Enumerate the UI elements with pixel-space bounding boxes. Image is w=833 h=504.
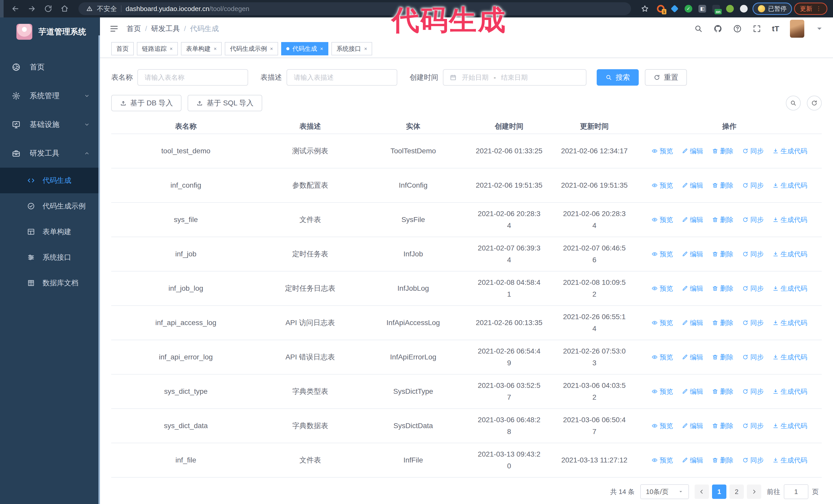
ext-green-key[interactable] (726, 5, 734, 13)
action-预览[interactable]: 预览 (651, 386, 673, 398)
close-icon[interactable]: × (270, 46, 273, 52)
tab-表单构建[interactable]: 表单构建× (181, 42, 222, 55)
browser-reload-button[interactable] (41, 2, 55, 16)
action-预览[interactable]: 预览 (651, 351, 673, 363)
github-icon[interactable] (714, 24, 722, 33)
breadcrumb-devtools[interactable]: 研发工具 (151, 24, 180, 33)
ext-blue-gem[interactable] (670, 5, 679, 13)
action-生成代码[interactable]: 生成代码 (772, 214, 807, 225)
sidebar-item-系统管理[interactable]: 系统管理 (0, 81, 100, 110)
close-icon[interactable]: × (320, 46, 323, 52)
action-编辑[interactable]: 编辑 (682, 283, 703, 294)
user-avatar[interactable] (790, 20, 804, 38)
action-预览[interactable]: 预览 (651, 317, 673, 329)
browser-home-button[interactable] (57, 2, 72, 16)
search-button[interactable]: 搜索 (597, 69, 639, 86)
action-预览[interactable]: 预览 (651, 179, 673, 191)
action-同步[interactable]: 同步 (742, 386, 764, 398)
reset-button[interactable]: 重置 (645, 69, 687, 86)
action-编辑[interactable]: 编辑 (682, 317, 703, 329)
tab-代码生成示例[interactable]: 代码生成示例× (225, 42, 278, 55)
toggle-search-button[interactable] (786, 96, 801, 111)
action-删除[interactable]: 删除 (712, 179, 734, 191)
action-编辑[interactable]: 编辑 (682, 420, 703, 432)
action-同步[interactable]: 同步 (742, 145, 764, 157)
action-预览[interactable]: 预览 (651, 283, 673, 294)
sidebar-item-首页[interactable]: 首页 (0, 53, 100, 81)
action-删除[interactable]: 删除 (712, 454, 734, 466)
import-sql-button[interactable]: 基于 SQL 导入 (188, 95, 262, 111)
action-同步[interactable]: 同步 (742, 351, 764, 363)
sidebar-subitem-代码生成[interactable]: 代码生成 (0, 168, 100, 193)
page-button-1[interactable]: 1 (712, 484, 727, 499)
sidebar-item-基础设施[interactable]: 基础设施 (0, 110, 100, 139)
font-size-icon[interactable]: tT (772, 25, 779, 32)
action-生成代码[interactable]: 生成代码 (772, 351, 807, 363)
action-生成代码[interactable]: 生成代码 (772, 283, 807, 294)
action-删除[interactable]: 删除 (712, 420, 734, 432)
browser-forward-button[interactable] (25, 2, 39, 16)
action-生成代码[interactable]: 生成代码 (772, 454, 807, 466)
fullscreen-icon[interactable] (753, 24, 761, 33)
profile-paused-chip[interactable]: 已暂停 (753, 3, 792, 15)
action-编辑[interactable]: 编辑 (682, 179, 703, 191)
action-同步[interactable]: 同步 (742, 420, 764, 432)
browser-menu-dots-icon[interactable]: ⋮ (816, 5, 822, 12)
address-bar[interactable]: 不安全 dashboard.yudao.iocoder.cn/tool/code… (78, 2, 631, 15)
page-size-select[interactable]: 10条/页 (640, 484, 689, 499)
ext-grid[interactable]: ◧ (698, 5, 706, 13)
action-编辑[interactable]: 编辑 (682, 386, 703, 398)
action-生成代码[interactable]: 生成代码 (772, 420, 807, 432)
action-预览[interactable]: 预览 (651, 145, 673, 157)
close-icon[interactable]: × (214, 46, 217, 52)
tab-首页[interactable]: 首页 (111, 42, 134, 55)
browser-update-button[interactable]: 更新 ⋮ (794, 3, 827, 15)
date-range-picker[interactable]: 开始日期 - 结束日期 (443, 69, 587, 86)
goto-page-input[interactable] (784, 484, 808, 499)
action-编辑[interactable]: 编辑 (682, 351, 703, 363)
page-button-2[interactable]: 2 (730, 484, 744, 499)
sidebar-item-研发工具[interactable]: 研发工具 (0, 139, 100, 168)
hamburger-icon[interactable] (109, 24, 119, 33)
sidebar-scrollbar[interactable] (98, 35, 100, 504)
action-生成代码[interactable]: 生成代码 (772, 317, 807, 329)
action-编辑[interactable]: 编辑 (682, 145, 703, 157)
ext-green-check[interactable]: ✓ (684, 5, 693, 13)
ext-dark-on[interactable]: on (712, 5, 720, 13)
action-删除[interactable]: 删除 (712, 317, 734, 329)
ext-orange-circle[interactable]: 1 (657, 5, 665, 13)
action-删除[interactable]: 删除 (712, 214, 734, 225)
action-同步[interactable]: 同步 (742, 248, 764, 260)
action-生成代码[interactable]: 生成代码 (772, 248, 807, 260)
action-删除[interactable]: 删除 (712, 283, 734, 294)
action-预览[interactable]: 预览 (651, 420, 673, 432)
tab-系统接口[interactable]: 系统接口× (331, 42, 373, 55)
action-预览[interactable]: 预览 (651, 248, 673, 260)
tab-链路追踪[interactable]: 链路追踪× (137, 42, 178, 55)
action-删除[interactable]: 删除 (712, 386, 734, 398)
close-icon[interactable]: × (364, 46, 367, 52)
breadcrumb-home[interactable]: 首页 (127, 24, 141, 33)
action-同步[interactable]: 同步 (742, 179, 764, 191)
action-编辑[interactable]: 编辑 (682, 248, 703, 260)
import-db-button[interactable]: 基于 DB 导入 (111, 95, 182, 111)
next-page-button[interactable] (747, 484, 761, 499)
close-icon[interactable]: × (170, 46, 173, 52)
action-删除[interactable]: 删除 (712, 248, 734, 260)
action-生成代码[interactable]: 生成代码 (772, 386, 807, 398)
ext-puzzle[interactable] (740, 5, 748, 13)
sidebar-subitem-代码生成示例[interactable]: 代码生成示例 (0, 193, 100, 219)
action-编辑[interactable]: 编辑 (682, 454, 703, 466)
action-同步[interactable]: 同步 (742, 283, 764, 294)
prev-page-button[interactable] (695, 484, 709, 499)
action-删除[interactable]: 删除 (712, 145, 734, 157)
action-生成代码[interactable]: 生成代码 (772, 179, 807, 191)
help-icon[interactable] (733, 24, 742, 33)
search-icon[interactable] (694, 24, 703, 33)
action-预览[interactable]: 预览 (651, 214, 673, 225)
action-同步[interactable]: 同步 (742, 454, 764, 466)
action-同步[interactable]: 同步 (742, 317, 764, 329)
action-同步[interactable]: 同步 (742, 214, 764, 225)
action-删除[interactable]: 删除 (712, 351, 734, 363)
action-预览[interactable]: 预览 (651, 454, 673, 466)
